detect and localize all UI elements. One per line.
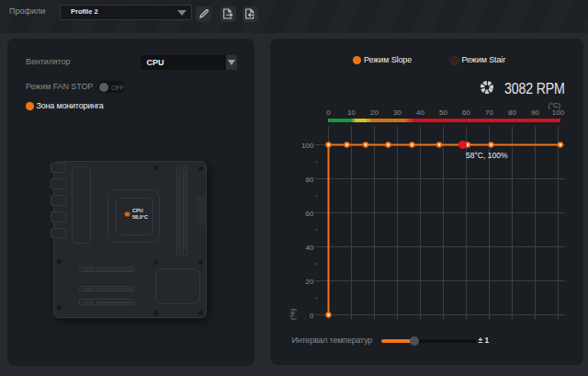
svg-text:100: 100 [301, 142, 314, 150]
svg-text:90: 90 [531, 108, 539, 117]
svg-text:20: 20 [306, 278, 314, 286]
svg-text:100: 100 [552, 108, 565, 117]
svg-text:50: 50 [439, 108, 447, 117]
svg-text:60: 60 [462, 108, 470, 117]
svg-text:80: 80 [508, 108, 516, 117]
svg-text:40: 40 [416, 108, 424, 117]
svg-text:0: 0 [310, 312, 314, 320]
svg-text:20: 20 [370, 108, 379, 117]
svg-text:30: 30 [393, 108, 401, 117]
svg-text:40: 40 [306, 244, 314, 252]
svg-text:0: 0 [326, 108, 331, 117]
svg-text:10: 10 [347, 108, 356, 117]
svg-text:58°C, 100%: 58°C, 100% [466, 151, 508, 160]
svg-text:70: 70 [485, 108, 493, 117]
svg-text:80: 80 [306, 176, 314, 184]
svg-text:60: 60 [306, 210, 314, 218]
